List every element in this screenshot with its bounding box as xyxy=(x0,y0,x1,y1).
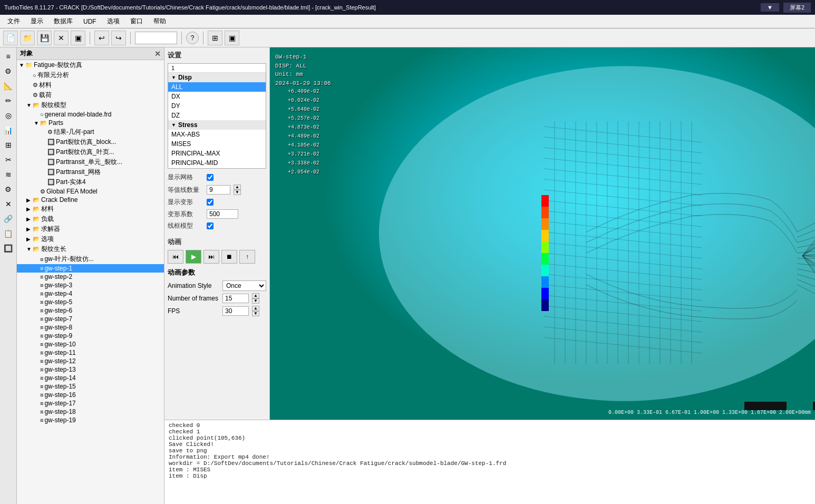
tree-item[interactable]: ≡gw-step-16 xyxy=(17,391,164,399)
tree-item[interactable]: ≡gw-step-7 xyxy=(17,315,164,323)
tree-close-btn[interactable]: ✕ xyxy=(154,50,161,58)
disp-group[interactable]: ▼ Disp xyxy=(168,73,266,82)
deform-factor-input[interactable]: 500 xyxy=(207,209,238,219)
tree-item[interactable]: ▼📁Fatigue-裂纹仿真 xyxy=(17,60,164,70)
tree-item[interactable]: ≡gw-step-14 xyxy=(17,374,164,382)
sidebar-icon-5[interactable]: 📊 xyxy=(2,123,15,137)
menu-item-文件[interactable]: 文件 xyxy=(2,16,25,27)
menu-item-数据库[interactable]: 数据库 xyxy=(48,16,78,27)
toolbar-name-input[interactable]: blade xyxy=(135,32,177,44)
tree-item[interactable]: ≡gw-step-11 xyxy=(17,348,164,357)
stress-maxabs[interactable]: MAX-ABS xyxy=(168,130,266,139)
tree-item[interactable]: 🔲Parttransit_单元_裂纹... xyxy=(17,157,164,167)
frames-up[interactable]: ▲ xyxy=(252,293,259,298)
menu-item-UDF[interactable]: UDF xyxy=(78,17,102,26)
disp-all[interactable]: ALL xyxy=(168,82,266,92)
toolbar-new[interactable]: 📄 xyxy=(3,31,18,45)
toolbar-grid[interactable]: ⊞ xyxy=(208,31,222,45)
contour-input[interactable]: 9 xyxy=(207,185,230,195)
show-deform-checkbox[interactable] xyxy=(207,199,214,206)
wireframe-checkbox[interactable] xyxy=(207,222,214,229)
menu-item-显示[interactable]: 显示 xyxy=(25,16,48,27)
disp-dz[interactable]: DZ xyxy=(168,111,266,120)
anim-next[interactable]: ⏭ xyxy=(203,250,219,264)
sidebar-icon-8[interactable]: ≋ xyxy=(2,168,15,181)
sidebar-icon-0[interactable]: ≡ xyxy=(2,50,15,63)
tree-item[interactable]: 🔲Part裂纹仿真_block... xyxy=(17,137,164,147)
sidebar-icon-11[interactable]: 🔗 xyxy=(2,212,15,226)
tree-item[interactable]: ≡gw-step-19 xyxy=(17,416,164,424)
sidebar-icon-4[interactable]: ◎ xyxy=(2,109,15,122)
tree-item[interactable]: ▼📂裂纹模型 xyxy=(17,100,164,110)
tree-item[interactable]: ⚙载荷 xyxy=(17,90,164,100)
toolbar-panels[interactable]: ▣ xyxy=(225,31,239,45)
tree-item[interactable]: ⚙材料 xyxy=(17,80,164,90)
tree-item[interactable]: ≡gw-step-1 xyxy=(17,264,164,273)
tree-item[interactable]: ▶📂Crack Define xyxy=(17,196,164,204)
anim-export[interactable]: ↑ xyxy=(239,250,255,264)
tree-item[interactable]: ≡gw-step-18 xyxy=(17,408,164,416)
tree-item[interactable]: ▼📂Parts xyxy=(17,119,164,127)
disp-dx[interactable]: DX xyxy=(168,92,266,101)
frames-down[interactable]: ▼ xyxy=(252,298,259,304)
anim-play[interactable]: ▶ xyxy=(186,250,201,264)
tree-item[interactable]: ≡gw-叶片-裂纹仿... xyxy=(17,254,164,264)
sidebar-icon-12[interactable]: 📋 xyxy=(2,227,15,240)
show-grid-checkbox[interactable] xyxy=(207,174,214,181)
tree-item[interactable]: ⚙结果-几何-part xyxy=(17,127,164,137)
tree-item[interactable]: ▶📂求解器 xyxy=(17,224,164,234)
tree-item[interactable]: ▶📂材料 xyxy=(17,204,164,214)
toolbar-layout[interactable]: ▣ xyxy=(71,31,85,45)
tree-item[interactable]: ≡gw-step-9 xyxy=(17,332,164,340)
tree-item[interactable]: ▼📂裂纹生长 xyxy=(17,244,164,254)
sidebar-icon-10[interactable]: ✕ xyxy=(2,197,15,211)
sidebar-icon-13[interactable]: 🔲 xyxy=(2,241,15,255)
tree-item[interactable]: 🔲Part裂纹仿真_叶页... xyxy=(17,147,164,157)
anim-first[interactable]: ⏮ xyxy=(168,250,183,264)
tree-item[interactable]: ≡gw-step-17 xyxy=(17,399,164,408)
sidebar-icon-6[interactable]: ⊞ xyxy=(2,138,15,152)
tree-item[interactable]: ▶📂负载 xyxy=(17,214,164,224)
stress-mises[interactable]: MISES xyxy=(168,139,266,149)
tree-item[interactable]: ≡gw-step-8 xyxy=(17,323,164,332)
tree-item[interactable]: ≡gw-step-10 xyxy=(17,340,164,348)
tree-item[interactable]: ⚙Global FEA Model xyxy=(17,187,164,196)
toolbar-help[interactable]: ? xyxy=(186,32,199,44)
sidebar-icon-1[interactable]: ⚙ xyxy=(2,64,15,78)
stress-principal-mid[interactable]: PRINCIPAL-MID xyxy=(168,158,266,168)
toolbar-open[interactable]: 📁 xyxy=(20,31,35,45)
tree-item[interactable]: 🔲Parttransit_网格 xyxy=(17,167,164,177)
dropdown-button[interactable]: ▼ xyxy=(761,3,779,12)
toolbar-undo[interactable]: ↩ xyxy=(94,31,109,45)
tree-item[interactable]: ≡gw-step-15 xyxy=(17,382,164,391)
screen-button[interactable]: 屏幕2 xyxy=(783,3,811,13)
tree-item[interactable]: ≡gw-step-2 xyxy=(17,273,164,281)
tree-item[interactable]: ○有限元分析 xyxy=(17,70,164,80)
tree-item[interactable]: ≡gw-step-4 xyxy=(17,289,164,298)
fps-down[interactable]: ▼ xyxy=(252,311,259,316)
menu-item-选项[interactable]: 选项 xyxy=(102,16,125,27)
tree-item[interactable]: 🔲Part-实体4 xyxy=(17,177,164,187)
tree-item[interactable]: ▶📂选项 xyxy=(17,234,164,244)
tree-item[interactable]: ○general model-blade.frd xyxy=(17,110,164,119)
tree-item[interactable]: ≡gw-step-6 xyxy=(17,306,164,315)
toolbar-redo[interactable]: ↪ xyxy=(111,31,126,45)
sidebar-icon-2[interactable]: 📐 xyxy=(2,79,15,93)
menu-item-窗口[interactable]: 窗口 xyxy=(125,16,148,27)
stress-group[interactable]: ▼ Stress xyxy=(168,120,266,130)
contour-up[interactable]: ▲ xyxy=(234,185,241,190)
stress-principal-max[interactable]: PRINCIPAL-MAX xyxy=(168,149,266,158)
anim-fps-input[interactable]: 30 xyxy=(222,306,249,316)
anim-frames-input[interactable]: 15 xyxy=(222,294,249,303)
fps-up[interactable]: ▲ xyxy=(252,306,259,311)
tree-item[interactable]: ≡gw-step-3 xyxy=(17,281,164,289)
anim-stop[interactable]: ⏹ xyxy=(221,250,237,264)
settings-scroll-area[interactable]: 1 ▼ Disp ALL DX DY DZ ▼ Stress MAX-ABS xyxy=(168,63,266,169)
contour-down[interactable]: ▼ xyxy=(234,190,241,195)
disp-dy[interactable]: DY xyxy=(168,101,266,111)
menu-item-帮助[interactable]: 帮助 xyxy=(148,16,171,27)
sidebar-icon-9[interactable]: ⚙ xyxy=(2,182,15,196)
anim-style-select[interactable]: Once Loop Ping-Pong xyxy=(222,280,266,291)
stress-principal-min[interactable]: PRINCIPAL-MIN xyxy=(168,168,266,169)
sidebar-icon-7[interactable]: ✂ xyxy=(2,153,15,167)
